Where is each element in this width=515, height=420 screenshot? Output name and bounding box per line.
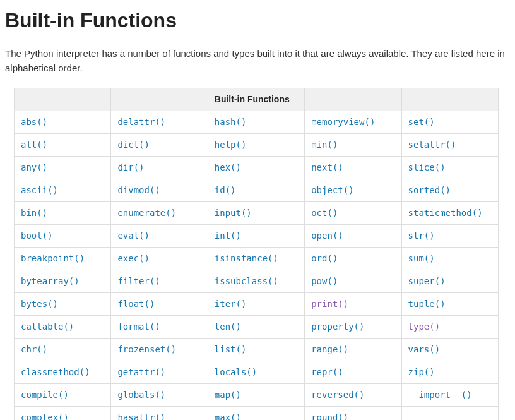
function-link[interactable]: object() xyxy=(311,185,353,195)
table-header: Built-in Functions xyxy=(15,88,499,111)
function-link[interactable]: min() xyxy=(311,140,338,150)
table-cell: str() xyxy=(401,225,498,248)
function-link[interactable]: format() xyxy=(117,321,160,332)
function-link[interactable]: pow() xyxy=(311,276,338,286)
table-cell: input() xyxy=(208,202,304,225)
function-link[interactable]: all() xyxy=(21,140,47,150)
function-link[interactable]: sorted() xyxy=(408,185,451,195)
function-link[interactable]: str() xyxy=(408,231,435,241)
function-link[interactable]: abs() xyxy=(21,117,47,127)
function-link[interactable]: set() xyxy=(408,117,435,127)
function-link[interactable]: range() xyxy=(311,344,348,354)
table-cell: next() xyxy=(305,157,401,179)
function-link[interactable]: globals() xyxy=(117,390,165,400)
function-link[interactable]: getattr() xyxy=(117,367,165,377)
function-link[interactable]: complex() xyxy=(21,412,69,420)
function-link[interactable]: property() xyxy=(311,321,364,332)
function-link[interactable]: classmethod() xyxy=(21,367,90,377)
function-link[interactable]: next() xyxy=(311,162,343,172)
function-link[interactable]: locals() xyxy=(215,367,257,377)
function-link[interactable]: dir() xyxy=(117,162,144,172)
function-link[interactable]: repr() xyxy=(311,367,343,377)
table-header-cell xyxy=(15,88,111,111)
function-link[interactable]: list() xyxy=(215,344,247,354)
table-cell: repr() xyxy=(305,361,401,384)
function-link[interactable]: setattr() xyxy=(408,140,456,150)
function-link[interactable]: enumerate() xyxy=(117,208,176,218)
intro-text: The Python interpreter has a number of f… xyxy=(5,47,510,75)
table-cell: abs() xyxy=(15,111,111,134)
table-cell: divmod() xyxy=(111,179,208,202)
function-link[interactable]: max() xyxy=(215,412,241,420)
table-cell: staticmethod() xyxy=(401,202,498,225)
function-link[interactable]: vars() xyxy=(408,344,441,354)
table-cell: breakpoint() xyxy=(15,248,111,270)
function-link[interactable]: __import__() xyxy=(408,390,472,400)
table-cell: format() xyxy=(111,316,208,339)
function-link[interactable]: bytearray() xyxy=(21,276,80,286)
table-row: breakpoint()exec()isinstance()ord()sum() xyxy=(15,248,499,270)
table-cell: round() xyxy=(305,407,401,421)
table-cell: enumerate() xyxy=(111,202,208,225)
function-link[interactable]: issubclass() xyxy=(215,276,278,286)
function-link[interactable]: chr() xyxy=(21,344,47,354)
function-link[interactable]: print() xyxy=(311,299,348,309)
function-link[interactable]: zip() xyxy=(408,367,435,377)
table-cell: complex() xyxy=(15,407,111,421)
table-cell: bytes() xyxy=(15,293,111,316)
function-link[interactable]: any() xyxy=(21,162,47,172)
table-cell: min() xyxy=(305,134,401,157)
table-row: classmethod()getattr()locals()repr()zip(… xyxy=(15,361,499,384)
function-link[interactable]: map() xyxy=(215,390,241,400)
function-link[interactable]: hash() xyxy=(215,117,247,127)
function-link[interactable]: round() xyxy=(311,412,348,420)
table-cell: len() xyxy=(208,316,304,339)
function-link[interactable]: tuple() xyxy=(408,299,446,309)
function-link[interactable]: bool() xyxy=(21,231,53,241)
function-link[interactable]: staticmethod() xyxy=(408,208,483,218)
function-link[interactable]: id() xyxy=(215,185,236,195)
function-link[interactable]: iter() xyxy=(215,299,247,309)
function-link[interactable]: hasattr() xyxy=(117,412,165,420)
table-cell: vars() xyxy=(401,339,498,361)
table-cell: property() xyxy=(305,316,401,339)
function-link[interactable]: open() xyxy=(311,231,343,241)
function-link[interactable]: hex() xyxy=(215,162,241,172)
table-cell: issubclass() xyxy=(208,270,304,293)
function-link[interactable]: isinstance() xyxy=(215,253,278,263)
function-link[interactable]: type() xyxy=(408,321,441,332)
function-link[interactable]: breakpoint() xyxy=(21,253,85,263)
function-link[interactable]: filter() xyxy=(117,276,160,286)
table-cell: getattr() xyxy=(111,361,208,384)
function-link[interactable]: super() xyxy=(408,276,446,286)
function-link[interactable]: help() xyxy=(215,140,247,150)
table-row: complex()hasattr()max()round() xyxy=(15,407,499,421)
function-link[interactable]: input() xyxy=(215,208,252,218)
function-link[interactable]: frozenset() xyxy=(117,344,176,354)
function-link[interactable]: callable() xyxy=(21,321,74,332)
table-cell: isinstance() xyxy=(208,248,304,270)
function-link[interactable]: bytes() xyxy=(21,299,58,309)
table-header-cell xyxy=(111,88,208,111)
function-link[interactable]: exec() xyxy=(117,253,150,263)
function-link[interactable]: delattr() xyxy=(117,117,165,127)
function-link[interactable]: ascii() xyxy=(21,185,58,195)
function-link[interactable]: ord() xyxy=(311,253,338,263)
function-link[interactable]: dict() xyxy=(117,140,150,150)
function-link[interactable]: eval() xyxy=(117,231,150,241)
function-link[interactable]: memoryview() xyxy=(311,117,375,127)
function-link[interactable]: int() xyxy=(215,231,241,241)
table-cell: frozenset() xyxy=(111,339,208,361)
table-cell: callable() xyxy=(15,316,111,339)
function-link[interactable]: compile() xyxy=(21,390,69,400)
function-link[interactable]: float() xyxy=(117,299,155,309)
function-link[interactable]: sum() xyxy=(408,253,435,263)
table-cell xyxy=(401,407,498,421)
function-link[interactable]: reversed() xyxy=(311,390,364,400)
function-link[interactable]: len() xyxy=(215,321,241,332)
function-link[interactable]: slice() xyxy=(408,162,446,172)
function-link[interactable]: bin() xyxy=(21,208,47,218)
function-link[interactable]: divmod() xyxy=(117,185,160,195)
table-row: ascii()divmod()id()object()sorted() xyxy=(15,179,499,202)
function-link[interactable]: oct() xyxy=(311,208,338,218)
